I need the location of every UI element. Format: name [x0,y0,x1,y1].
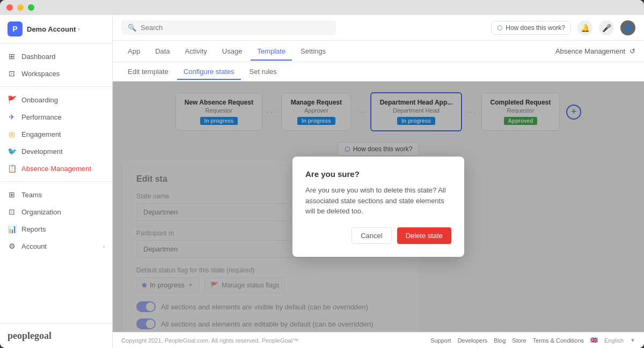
sidebar-item-workspaces[interactable]: ⊡ Workspaces [0,65,112,82]
modal-overlay: Are you sure? Are you sure you wish to d… [113,82,644,332]
topbar: 🔍 ⬡ How does this work? 🔔 🎤 👤 [113,15,644,41]
account-expand-icon: › [103,243,105,249]
workspaces-icon: ⊡ [8,69,16,78]
topbar-right: ⬡ How does this work? 🔔 🎤 👤 [491,20,635,35]
sidebar-item-onboarding[interactable]: 🚩 Onboarding [0,91,112,108]
sidebar-item-account[interactable]: ⚙ Account › [0,238,112,255]
modal-delete-button[interactable]: Delete state [397,227,451,244]
account-icon: ⚙ [8,242,16,250]
development-icon: 🐦 [8,147,16,156]
engagement-icon: ◎ [8,130,16,138]
copyright-text: Copyright 2021, PeopleGoal.com. All righ… [121,337,298,344]
main-content: 🔍 ⬡ How does this work? 🔔 🎤 👤 App Data [113,15,644,348]
tab-usage[interactable]: Usage [216,43,249,61]
close-button[interactable] [6,4,13,11]
tab-data[interactable]: Data [149,43,176,61]
search-box[interactable]: 🔍 [121,20,336,35]
teams-icon: ⊞ [8,190,16,199]
dashboard-icon: ⊞ [8,52,16,61]
reports-icon: 📊 [8,225,16,233]
footer-link-terms[interactable]: Terms & Conditions [533,337,584,344]
account-label[interactable]: Demo Account › [27,25,80,33]
modal-body: Are you sure you wish to delete this sta… [305,185,451,217]
user-avatar[interactable]: 👤 [620,20,635,35]
modal-actions: Cancel Delete state [305,227,451,244]
sub-tab-set-rules[interactable]: Set rules [243,64,283,80]
nav-divider-1 [0,86,112,87]
sub-tab-edit-template[interactable]: Edit template [121,64,175,80]
minimize-button[interactable] [17,4,24,11]
sidebar-footer: peoplegoal [0,323,112,348]
sidebar-logo: P [8,21,23,36]
content-area: New Absence Request Requestor In progres… [113,82,644,332]
language-chevron-icon: ▼ [630,337,635,343]
sidebar-item-performance[interactable]: ✈ Performance [0,108,112,125]
title-bar [0,0,644,15]
settings-button[interactable]: 🎤 [599,20,614,35]
tab-activity[interactable]: Activity [179,43,214,61]
flag-icon: 🇬🇧 [590,337,598,344]
onboarding-icon: 🚩 [8,95,16,104]
page-title-breadcrumb: Absence Management ↺ [555,47,635,55]
sidebar-item-dashboard[interactable]: ⊞ Dashboard [0,48,112,65]
sidebar-header: P Demo Account › [0,15,112,43]
nav-divider-2 [0,181,112,182]
help-icon: ⬡ [497,24,502,32]
footer-link-blog[interactable]: Blog [494,337,506,344]
tab-app[interactable]: App [121,43,147,61]
sidebar-nav: ⊞ Dashboard ⊡ Workspaces 🚩 Onboarding ✈ … [0,43,112,323]
search-input[interactable] [141,24,330,32]
search-icon: 🔍 [128,24,136,32]
sidebar-item-engagement[interactable]: ◎ Engagement [0,125,112,143]
absence-management-icon: 📋 [8,164,16,173]
tab-template[interactable]: Template [251,43,292,61]
maximize-button[interactable] [28,4,34,11]
footer: Copyright 2021, PeopleGoal.com. All righ… [113,332,644,348]
footer-link-store[interactable]: Store [512,337,526,344]
sidebar-item-teams[interactable]: ⊞ Teams [0,186,112,203]
how-does-this-work-button[interactable]: ⬡ How does this work? [491,21,571,35]
refresh-icon[interactable]: ↺ [630,47,635,55]
tab-settings[interactable]: Settings [294,43,332,61]
footer-link-developers[interactable]: Developers [458,337,488,344]
modal-cancel-button[interactable]: Cancel [352,227,391,244]
sidebar-item-absence-management[interactable]: 📋 Absence Management [0,160,112,177]
sidebar-item-development[interactable]: 🐦 Development [0,143,112,160]
confirm-delete-modal: Are you sure? Are you sure you wish to d… [292,157,464,257]
main-tabs: App Data Activity Usage Template Setting… [113,41,644,62]
performance-icon: ✈ [8,113,16,121]
footer-links: Support Developers Blog Store Terms & Co… [430,337,635,344]
sidebar: P Demo Account › ⊞ Dashboard ⊡ Workspace… [0,15,113,348]
account-chevron-icon: › [78,26,79,32]
sidebar-item-reports[interactable]: 📊 Reports [0,220,112,238]
peoplegoal-logo: peoplegoal [8,330,105,342]
language-label: English [604,337,624,344]
sidebar-item-organization[interactable]: ⊡ Organization [0,203,112,220]
organization-icon: ⊡ [8,208,16,216]
modal-title: Are you sure? [305,169,451,179]
footer-link-support[interactable]: Support [430,337,451,344]
sub-tabs: Edit template Configure states Set rules [113,62,644,82]
notifications-button[interactable]: 🔔 [577,20,592,35]
sub-tab-configure-states[interactable]: Configure states [177,64,241,80]
